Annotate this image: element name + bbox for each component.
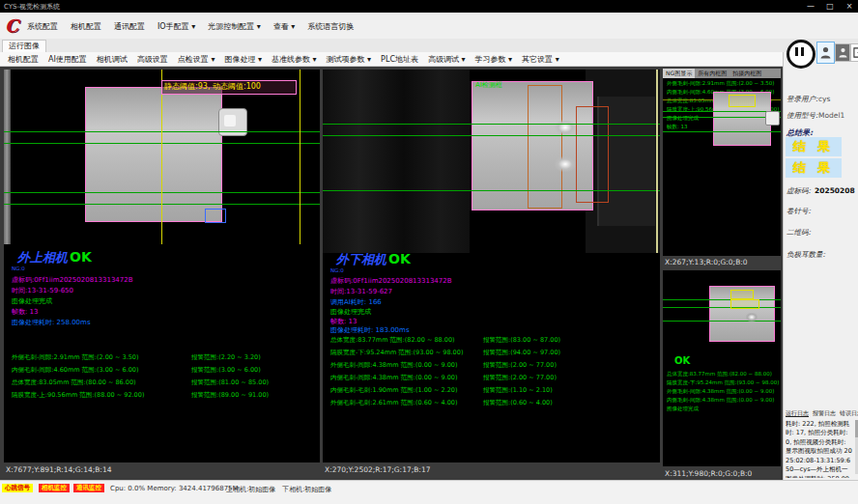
logout-button[interactable] [850,43,858,62]
menu-item[interactable]: 系统配置 [27,21,58,32]
measurement-text: 外侧毛刺-间隙:2.91mm 范围:(2.00 ~ 3.50) [12,353,139,362]
menu-item[interactable]: 系统语言切换 [307,21,354,32]
overlay-value-box [730,299,759,309]
camera-image-upper-outer[interactable]: 静态阈值:93, 动态阈值:100 [4,70,320,244]
toolbar-item[interactable]: 高级设置 [137,54,168,65]
toolbar-item[interactable]: 点检设置 ▾ [178,54,215,65]
thumbnail-text-line: 外侧毛刺-间隙:4.38mm 范围:(0.00 ~ 9.00) [667,388,781,395]
lower-camera-status[interactable]: 下相机:初始图像 [282,485,331,494]
measurement-row: 内侧毛刺-间隙:4.60mm 范围:(3.00 ~ 6.00) 报警范围:(3.… [12,366,318,378]
toolbar-item[interactable]: PLC地址表 [381,54,418,65]
thumbnail-image-top[interactable] [663,78,781,146]
bright-spot [555,156,576,172]
toolbar-item[interactable]: 相机配置 [8,54,39,65]
thumbnail-text-line: 内侧毛刺-间隙:4.38mm 范围:(0.00 ~ 9.00) [667,397,781,404]
bright-spot [746,313,758,322]
menu-item[interactable]: 通讯配置 [114,21,145,32]
toolbar-item[interactable]: 图像处理 ▾ [224,54,262,65]
threshold-overlay-label: 静态阈值:93, 动态阈值:100 [161,80,297,95]
baseline-line [323,190,660,191]
measurement-text: 外侧毛刺-间隙:4.38mm 范围:(0.00 ~ 9.00) [330,361,458,370]
result-box-1: 结 果 [786,137,842,156]
title-bar: CYS-视觉检测系统 — □ × [0,0,858,13]
toolbar-item[interactable]: 基准线参数 ▾ [272,54,317,65]
result-ok: OK [70,249,92,265]
tab-capture-frames[interactable]: 拍摄内框图 [729,69,764,78]
measure-vline [161,70,162,244]
image-edge-strip [4,70,11,244]
done-line: 图像处理完成 [330,307,371,317]
tab-ng-display[interactable]: NG图显示 [663,69,695,78]
tab-run-image[interactable]: 运行图像 [2,40,46,52]
ai-detect-box-red [576,106,609,203]
toolbar-items: 相机配置AI使用配置相机调试高级设置点检设置 ▾图像处理 ▾基准线参数 ▾测试项… [0,54,559,65]
baseline-line [663,117,781,118]
camera-image-lower-outer[interactable]: AI检测框 [323,70,660,253]
elapsed-line: 图像处理耗时: 183.00ms [330,325,410,335]
menu-item[interactable]: 查看 ▾ [273,21,296,32]
ng-count: NG:0 [12,266,25,271]
log-text: 耗时: 222, 拍照检测耗时: 17, 拍照分类耗时: 0, 拍照视频分类耗时… [786,420,853,478]
barcode-value: 20250208 [815,186,855,195]
overlay-value-box [729,95,756,107]
log-tab-alarm[interactable]: 报警日志 [813,409,836,418]
control-sidebar: 登录用户: cys 使用型号: Model1 总结果: 结 果 结 果 虚标码:… [783,52,858,480]
maximize-button[interactable]: □ [823,2,837,11]
pixel-coords-bottom-thumb: X:311;Y:980;R:0;G:0;B:0 [665,469,752,478]
frame-count-line: 帧数: 13 [12,307,39,317]
user-icon [839,47,847,58]
baseline-line [663,111,781,112]
toolbar-item[interactable]: AI使用配置 [48,54,87,65]
alarm-range-text: 报警范围:(2.00 ~ 77.00) [483,374,557,382]
pixel-coords-mid: X:270;Y:2502;R:17;G:17;B:17 [325,465,430,474]
tab-all-frames[interactable]: 所有内框图 [695,69,729,78]
thumbnail-text-lines: 总体宽度:83.77mm 范围:(82.00 ~ 88.00)隔膜宽度-下:95… [663,369,781,412]
comm-monitor-badge: 通讯监控 [73,484,104,492]
measurement-text: 内侧毛刺-毛刺:1.90mm 范围:(1.00 ~ 2.20) [330,386,458,395]
menu-item[interactable]: IO手配置 ▾ [157,21,195,32]
window-controls: — □ × [804,0,856,13]
toolbar-item[interactable]: 学习参数 ▾ [475,54,513,65]
minimize-button[interactable]: — [804,2,817,11]
close-button[interactable]: × [843,2,856,11]
baseline-line [663,299,781,300]
toolbar-item[interactable]: 高级调试 ▾ [428,54,466,65]
measurement-row: 总体宽度:83.77mm 范围:(82.00 ~ 88.00) 报警范围:(83… [330,336,658,349]
log-tab-run[interactable]: 运行日志 [786,409,809,418]
measurement-row: 隔膜宽度-上:90.56mm 范围:(88.00 ~ 92.00) 报警范围:(… [12,391,318,404]
bright-spot [555,120,576,135]
toolbar-item[interactable]: 测试项参数 ▾ [327,54,372,65]
camera-monitor-badge: 相机监控 [39,484,70,492]
login-user-value: cys [818,95,830,103]
toolbar-item[interactable]: 其它设置 ▾ [522,54,559,65]
alarm-range-text: 报警范围:(1.10 ~ 2.10) [483,386,553,395]
measurement-row: 外侧毛刺-毛刺:2.61mm 范围:(0.60 ~ 4.00) 报警范围:(0.… [330,399,658,411]
thumbnail-text-line: 总体宽度:83.77mm 范围:(82.00 ~ 88.00) [667,371,781,378]
user-button[interactable] [835,43,850,62]
exit-door-icon [853,47,858,58]
measurement-rows: 总体宽度:83.77mm 范围:(82.00 ~ 88.00) 报警范围:(83… [330,336,658,411]
log-tab-error[interactable]: 错误日志 [840,409,858,418]
connector-part [765,111,780,126]
menu-item[interactable]: 光源控制配置 ▾ [208,21,261,32]
baseline-line [663,321,781,322]
measure-vline [300,70,300,244]
thumbnail-panel-top: 外侧毛刺-间隙:2.91mm 范围:(2.00 ~ 3.50)内侧毛刺-间隙:4… [663,78,781,256]
baseline-line [663,131,781,132]
toolbar-item[interactable]: 相机调试 [97,54,128,65]
upper-camera-status[interactable]: 上相机:初始图像 [226,485,275,494]
login-user-button[interactable] [816,42,835,64]
app-window: CYS-视觉检测系统 — □ × C 系统配置相机配置通讯配置IO手配置 ▾光源… [0,0,858,504]
alarm-range-text: 报警范围:(83.00 ~ 87.00) [483,336,560,345]
pause-icon[interactable] [786,40,815,69]
done-line: 图像处理完成 [12,296,52,306]
alarm-range-text: 报警范围:(2.00 ~ 77.00) [483,361,557,370]
menu-item[interactable]: 相机配置 [71,21,101,32]
ai-time-line: 调用AI耗时: 166 [330,297,382,307]
thumbnail-image-bottom[interactable] [663,270,781,342]
camera-name-text: 外上相机 [17,250,68,265]
qr-code-label: 二维码: [786,228,811,238]
pixel-coords-top-thumb: X:267;Y:13;R:0;G:0;B:0 [665,258,748,266]
alarm-range-text: 报警范围:(0.60 ~ 4.00) [483,399,553,407]
cell-region-roi [85,87,222,222]
